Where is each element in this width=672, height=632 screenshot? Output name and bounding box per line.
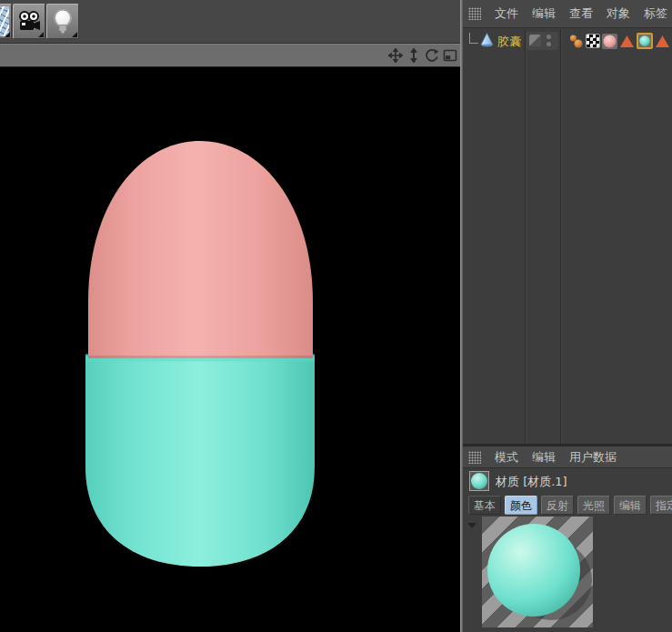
tab-illumination[interactable]: 光照 — [577, 496, 610, 515]
tab-basic[interactable]: 基本 — [468, 496, 501, 515]
grip-icon[interactable] — [468, 7, 481, 20]
column-separator — [560, 28, 561, 444]
3d-viewport[interactable] — [0, 67, 462, 632]
material-preview[interactable] — [482, 517, 593, 627]
menu-edit[interactable]: 编辑 — [532, 449, 556, 466]
dolly-icon[interactable] — [406, 48, 421, 63]
submenu-corner-icon — [72, 32, 77, 37]
object-name[interactable]: 胶囊 — [497, 34, 521, 50]
selection-tag-icon[interactable] — [619, 34, 635, 49]
pan-icon[interactable] — [388, 48, 403, 63]
material-thumbnail-icon[interactable] — [469, 471, 489, 491]
uvw-tag-icon[interactable] — [586, 34, 600, 48]
attribute-manager-menubar: 模式 编辑 用户数据 — [463, 446, 672, 468]
material-title: 材质 [材质.1] — [496, 474, 567, 490]
camera-icon — [16, 10, 42, 34]
grid-plane-tool-button[interactable] — [0, 4, 12, 39]
column-separator — [525, 28, 526, 444]
top-toolbar — [0, 0, 462, 44]
tag-strip — [568, 31, 670, 51]
object-tree[interactable]: 胶囊 — [463, 28, 672, 444]
viewport-header-bar — [0, 44, 462, 67]
material-header-row: 材质 [材质.1] — [463, 470, 672, 494]
attribute-manager: 模式 编辑 用户数据 材质 [材质.1] 基本 颜色 反射 光照 编辑 指定 — [463, 446, 672, 632]
tab-assign[interactable]: 指定 — [650, 496, 672, 515]
collapse-arrow-icon[interactable] — [467, 523, 476, 528]
menu-view[interactable]: 查看 — [569, 5, 593, 22]
cinema4d-window: 文件 编辑 查看 对象 标签 书签 — [0, 0, 672, 632]
submenu-corner-icon — [5, 32, 10, 37]
light-tool-button[interactable] — [46, 4, 79, 39]
menu-user-data[interactable]: 用户数据 — [569, 449, 617, 466]
teal-material-tag-icon-selected[interactable] — [637, 33, 653, 49]
capsule-object-icon — [479, 32, 495, 48]
capsule-object[interactable] — [0, 67, 462, 632]
light-bulb-icon — [51, 8, 75, 35]
submenu-corner-icon — [38, 32, 44, 37]
grip-icon[interactable] — [468, 451, 481, 464]
tab-editor[interactable]: 编辑 — [614, 496, 647, 515]
tab-reflectance[interactable]: 反射 — [541, 496, 574, 515]
menu-edit[interactable]: 编辑 — [532, 5, 556, 22]
pink-material-tag-icon[interactable] — [602, 34, 617, 49]
maximize-icon[interactable] — [443, 48, 457, 63]
tree-branch-line — [469, 33, 478, 44]
object-row-capsule[interactable]: 胶囊 — [463, 30, 672, 52]
attribute-tabs: 基本 颜色 反射 光照 编辑 指定 — [463, 496, 672, 515]
camera-tool-button[interactable] — [13, 4, 45, 39]
object-manager-menubar: 文件 编辑 查看 对象 标签 书签 — [463, 0, 672, 28]
editor-visibility-dot[interactable] — [547, 35, 551, 39]
menu-object[interactable]: 对象 — [607, 5, 630, 22]
selection-tag-icon[interactable] — [655, 34, 670, 49]
right-panel: 文件 编辑 查看 对象 标签 书签 — [463, 0, 672, 632]
viewport-nav-controls — [388, 48, 457, 63]
rotate-icon[interactable] — [425, 48, 439, 63]
render-visibility-dot[interactable] — [547, 42, 551, 46]
menu-mode[interactable]: 模式 — [495, 449, 518, 466]
menu-tags[interactable]: 标签 — [644, 5, 667, 22]
visibility-toggles — [527, 32, 558, 50]
material-preview-sphere — [482, 517, 593, 627]
tab-color[interactable]: 颜色 — [505, 496, 537, 515]
menu-file[interactable]: 文件 — [495, 5, 518, 22]
layer-slash-icon[interactable] — [529, 35, 541, 46]
phong-tag-icon[interactable] — [568, 34, 584, 49]
